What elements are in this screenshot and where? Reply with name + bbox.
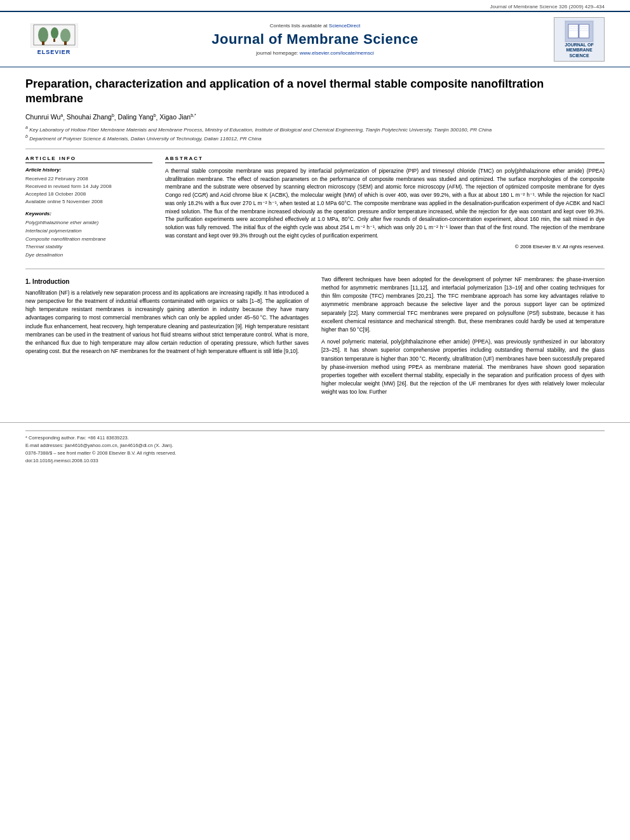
affiliation-b: b Department of Polymer Science & Materi… (25, 133, 605, 142)
journal-top-bar: Journal of Membrane Science 326 (2009) 4… (0, 0, 630, 11)
affiliations: a Key Laboratory of Hollow Fiber Membran… (25, 124, 605, 142)
author-daling-yang: Daling Yangb (117, 113, 156, 121)
elsevier-logo-svg (30, 23, 78, 48)
contents-available-text: Contents lists available at (270, 23, 328, 29)
page-footer: * Corresponding author. Fax: +86 411 836… (0, 422, 630, 463)
sciencedirect-line: Contents lists available at ScienceDirec… (89, 23, 541, 29)
section-divider (25, 269, 605, 269)
elsevier-text: ELSEVIER (37, 49, 71, 55)
abstract-column: ABSTRACT A thermal stable composite memb… (165, 156, 605, 260)
email-line: E-mail addresses: jian4616@yahoo.com.cn,… (25, 443, 605, 448)
svg-rect-2 (42, 41, 44, 45)
body-col-right: Two different techniques have been adopt… (321, 276, 605, 400)
svg-point-3 (51, 27, 58, 39)
received-date: Received 22 February 2008 (25, 175, 152, 183)
homepage-line: journal homepage: www.elsevier.com/locat… (89, 50, 541, 56)
sciencedirect-link[interactable]: ScienceDirect (329, 23, 360, 29)
article-info-label: ARTICLE INFO (25, 156, 152, 163)
journal-title-header: Journal of Membrane Science (89, 31, 541, 48)
homepage-label: journal homepage: (256, 50, 298, 56)
abstract-text: A thermal stable composite membrane was … (165, 167, 605, 240)
abstract-label: ABSTRACT (165, 156, 605, 163)
intro-para-3: A novel polymeric material, poly(phthala… (321, 338, 605, 396)
footer-divider (25, 430, 605, 431)
revised-date: Received in revised form 14 July 2008 (25, 183, 152, 190)
email-addresses: jian4616@yahoo.com.cn, jian4616@dl.cn (X… (65, 443, 173, 448)
keyword-4: Thermal stability (25, 243, 152, 251)
intro-text-right: Two different techniques have been adopt… (321, 276, 605, 396)
author-xigao-jian: Xigao Jianb,* (159, 113, 196, 121)
main-content: Preparation, characterization and applic… (0, 67, 630, 410)
keyword-1: Poly(phthalazinone ether amide) (25, 219, 152, 227)
copyright-line: © 2008 Elsevier B.V. All rights reserved… (165, 244, 605, 250)
email-label: E-mail addresses: (25, 443, 64, 448)
corresponding-author: * Corresponding author. Fax: +86 411 836… (25, 435, 605, 441)
svg-rect-14 (579, 24, 589, 38)
author-chunrui-wu: Chunrui Wua (25, 113, 63, 121)
intro-text-left: Nanofiltration (NF) is a relatively new … (25, 289, 309, 356)
available-date: Available online 5 November 2008 (25, 198, 152, 206)
elsevier-logo: ELSEVIER (25, 22, 83, 57)
intro-para-1: Nanofiltration (NF) is a relatively new … (25, 289, 309, 356)
svg-rect-4 (53, 39, 55, 42)
accepted-date: Accepted 18 October 2008 (25, 190, 152, 198)
body-content: 1. Introduction Nanofiltration (NF) is a… (25, 276, 605, 400)
keyword-5: Dye desalination (25, 251, 152, 260)
svg-point-1 (38, 27, 48, 43)
article-history-label: Article history: (25, 167, 152, 173)
journal-citation: Journal of Membrane Science 326 (2009) 4… (490, 4, 605, 10)
svg-point-5 (60, 29, 70, 43)
header-left: ELSEVIER (25, 22, 89, 57)
homepage-url[interactable]: www.elsevier.com/locate/memsci (300, 50, 374, 56)
article-title: Preparation, characterization and applic… (25, 77, 605, 107)
journal-logo-title: JOURNAL OFMEMBRANESCIENCE (565, 43, 593, 58)
author-shouhai-zhang: Shouhai Zhangb (67, 113, 114, 121)
svg-rect-6 (64, 41, 67, 45)
keyword-3: Composite nanofiltration membrane (25, 236, 152, 244)
affiliation-a: a Key Laboratory of Hollow Fiber Membran… (25, 124, 605, 133)
article-info-column: ARTICLE INFO Article history: Received 2… (25, 156, 152, 260)
keyword-2: Interfacial polymerization (25, 227, 152, 236)
corresponding-label: * Corresponding author. Fax: +86 411 836… (25, 435, 129, 441)
intro-heading: 1. Introduction (25, 278, 309, 285)
article-info-abstract: ARTICLE INFO Article history: Received 2… (25, 156, 605, 260)
doi-line: doi:10.1016/j.memsci.2008.10.033 (25, 458, 605, 463)
page-wrapper: Journal of Membrane Science 326 (2009) 4… (0, 0, 630, 840)
header-right: JOURNAL OFMEMBRANESCIENCE (541, 17, 605, 62)
intro-para-2: Two different techniques have been adopt… (321, 276, 605, 334)
header-center: Contents lists available at ScienceDirec… (89, 23, 541, 56)
journal-logo-graphic (560, 20, 598, 43)
journal-header: ELSEVIER Contents lists available at Sci… (0, 11, 630, 67)
issn-line: 0376-7388/$ – see front matter © 2008 El… (25, 450, 605, 456)
authors-line: Chunrui Wua, Shouhai Zhangb, Daling Yang… (25, 113, 605, 121)
journal-logo-box: JOURNAL OFMEMBRANESCIENCE (554, 17, 605, 62)
keywords-label: Keywords: (25, 211, 152, 217)
svg-rect-13 (568, 24, 578, 38)
affiliation-divider (25, 149, 605, 149)
body-col-left: 1. Introduction Nanofiltration (NF) is a… (25, 276, 309, 400)
